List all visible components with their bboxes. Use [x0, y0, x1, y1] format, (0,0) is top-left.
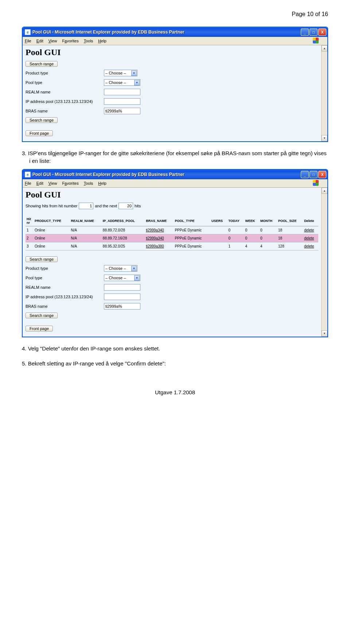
cell-pool: 88.89.72.16/28: [102, 234, 145, 242]
maximize-button[interactable]: □: [310, 28, 318, 36]
bras-name-input[interactable]: ti2999a%: [104, 108, 140, 114]
close-button[interactable]: X: [318, 171, 326, 178]
label-bras-name: BRAS name: [26, 304, 104, 308]
menu-edit[interactable]: Edit: [36, 181, 43, 185]
table-header-row: Hit nr PRODUCT_TYPE REALM_NAME IP_ADDRES…: [26, 216, 318, 226]
ip-pool-input[interactable]: [104, 98, 140, 105]
menu-favorites[interactable]: Favorites: [62, 181, 78, 185]
bras-link[interactable]: ti2999a340: [146, 236, 164, 240]
pool-type-select[interactable]: – Choose – ▼: [104, 275, 140, 281]
menu-view[interactable]: View: [48, 39, 57, 43]
close-button[interactable]: X: [318, 28, 326, 36]
th-bras: BRAS_NAME: [145, 216, 174, 226]
results-table: Hit nr PRODUCT_TYPE REALM_NAME IP_ADDRES…: [26, 216, 318, 250]
hit-count-input[interactable]: 20: [118, 203, 133, 209]
vertical-scrollbar[interactable]: ▲ ▼: [321, 45, 327, 141]
page-number: Page 10 of 16: [22, 11, 328, 18]
search-range-button-top[interactable]: Search range: [26, 61, 58, 67]
bras-link[interactable]: ti2999a380: [146, 244, 164, 248]
cell-pool: 88.95.32.0/25: [102, 242, 145, 250]
ip-pool-input[interactable]: [104, 294, 140, 300]
cell-del: delete: [303, 234, 318, 242]
bras-link[interactable]: ti2999a340: [146, 228, 164, 232]
pool-type-select[interactable]: – Choose – ▼: [104, 79, 140, 86]
menu-bar: File Edit View Favorites Tools Help: [23, 37, 327, 45]
product-type-value: – Choose –: [105, 266, 126, 271]
th-pool: IP_ADDRESS_POOL: [102, 216, 145, 226]
search-range-button-bottom[interactable]: Search range: [26, 117, 58, 123]
menu-help[interactable]: Help: [98, 181, 106, 185]
maximize-button[interactable]: □: [310, 171, 318, 178]
hit-from-input[interactable]: 1: [79, 203, 93, 209]
paragraph-4: 4. Velg "Delete" utenfor den IP-range so…: [22, 345, 328, 352]
search-range-button-top[interactable]: Search range: [26, 256, 58, 262]
scroll-up-icon[interactable]: ▲: [322, 45, 327, 51]
realm-name-input[interactable]: [104, 89, 140, 95]
search-range-button-bottom[interactable]: Search range: [26, 313, 58, 318]
cell-product: Online: [34, 234, 70, 242]
titlebar: e Pool GUI - Microsoft Internet Explorer…: [23, 27, 327, 37]
showing-pre: Showing hits from hit number: [26, 204, 77, 208]
menu-tools[interactable]: Tools: [84, 181, 93, 185]
cell-week: 0: [244, 226, 259, 234]
cell-size: 18: [277, 226, 303, 234]
product-type-select[interactable]: – Choose – ▼: [104, 265, 137, 272]
cell-users: [210, 226, 228, 234]
scroll-up-icon[interactable]: ▲: [322, 188, 327, 194]
cell-week: 0: [244, 234, 259, 242]
th-delete: Delete: [303, 216, 318, 226]
cell-realm: N/A: [70, 242, 101, 250]
menu-file[interactable]: File: [25, 39, 31, 43]
table-row: 2OnlineN/A88.89.72.16/28ti2999a340PPPoE …: [26, 234, 318, 242]
menu-help[interactable]: Help: [98, 39, 106, 43]
product-type-select[interactable]: – Choose – ▼: [104, 70, 137, 76]
th-hit: Hit nr: [26, 216, 34, 226]
menu-file[interactable]: File: [25, 181, 31, 185]
th-size: POOL_SIZE: [277, 216, 303, 226]
cell-ptype: PPPoE Dynamic: [174, 242, 210, 250]
cell-ptype: PPPoE Dynamic: [174, 226, 210, 234]
label-ip-pool: IP address pool (123.123.123.123/24): [26, 295, 104, 299]
scroll-down-icon[interactable]: ▼: [322, 330, 327, 337]
vertical-scrollbar[interactable]: ▲ ▼: [321, 188, 327, 337]
showing-post: hits: [135, 204, 141, 208]
label-product-type: Product type: [26, 266, 104, 271]
delete-link[interactable]: delete: [304, 228, 314, 232]
cell-today: 1: [228, 242, 244, 250]
minimize-button[interactable]: _: [301, 171, 309, 178]
menu-tools[interactable]: Tools: [84, 39, 93, 43]
th-today: TODAY: [228, 216, 244, 226]
th-realm: REALM_NAME: [70, 216, 101, 226]
chevron-down-icon: ▼: [134, 275, 140, 281]
scroll-down-icon[interactable]: ▼: [322, 135, 327, 141]
cell-users: [210, 234, 228, 242]
paragraph-3: 3. ISP'ens tilgjengelige IP-ranger for d…: [22, 149, 328, 165]
menu-edit[interactable]: Edit: [36, 39, 43, 43]
cell-bras: ti2999a340: [145, 234, 174, 242]
ie-icon: e: [25, 172, 31, 177]
cell-product: Online: [34, 242, 70, 250]
menu-view[interactable]: View: [48, 181, 57, 185]
bras-name-input[interactable]: ti2999a%: [104, 303, 140, 310]
front-page-button[interactable]: Front page: [26, 130, 53, 136]
delete-link[interactable]: delete: [304, 236, 314, 240]
label-realm-name: REALM name: [26, 90, 104, 94]
titlebar: e Pool GUI - Microsoft Internet Explorer…: [23, 170, 327, 179]
delete-link[interactable]: delete: [304, 244, 314, 248]
cell-realm: N/A: [70, 226, 101, 234]
label-pool-type: Pool type: [26, 80, 104, 85]
chevron-down-icon: ▼: [131, 266, 137, 271]
realm-name-input[interactable]: [104, 284, 140, 291]
windows-flag-icon: [313, 180, 320, 187]
cell-del: delete: [303, 242, 318, 250]
minimize-button[interactable]: _: [301, 28, 309, 36]
cell-hit: 2: [26, 234, 34, 242]
cell-del: delete: [303, 226, 318, 234]
cell-month: 4: [259, 242, 277, 250]
cell-week: 4: [244, 242, 259, 250]
menu-favorites[interactable]: Favorites: [62, 39, 78, 43]
front-page-button[interactable]: Front page: [26, 326, 53, 331]
th-product: PRODUCT_TYPE: [34, 216, 70, 226]
cell-bras: ti2999a340: [145, 226, 174, 234]
label-ip-pool: IP address pool (123.123.123.123/24): [26, 99, 104, 104]
